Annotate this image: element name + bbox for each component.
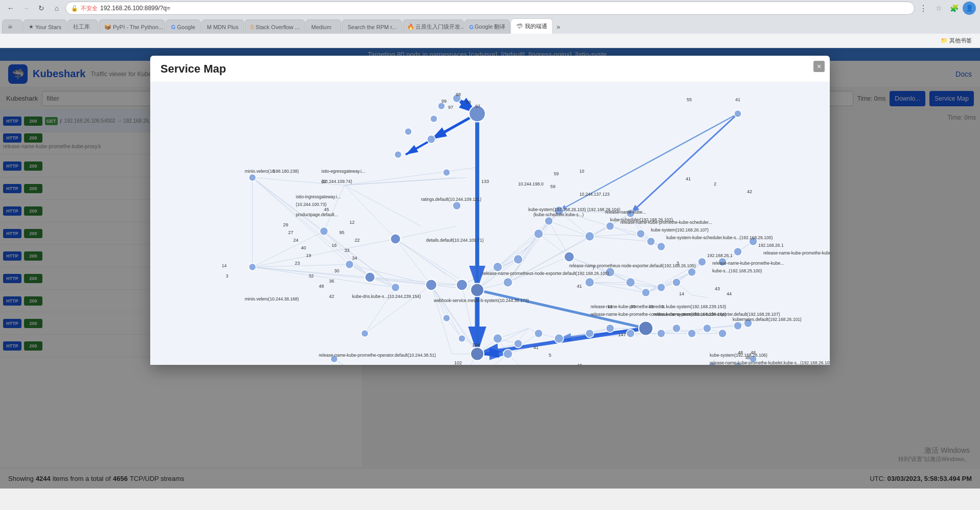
svg-text:99: 99 (441, 99, 447, 104)
svg-point-177 (430, 115, 437, 123)
svg-text:95: 95 (339, 230, 344, 235)
tab-label: PyPI - The Python... (113, 24, 163, 30)
svg-text:42: 42 (577, 363, 582, 365)
svg-point-183 (249, 264, 256, 271)
svg-point-202 (471, 347, 484, 361)
svg-point-186 (391, 284, 400, 292)
modal-overlay[interactable]: Service Map × (0, 48, 980, 489)
tab-google[interactable]: G Google (166, 19, 201, 34)
svg-text:2: 2 (714, 181, 716, 187)
svg-text:kube-s...(192.168.25.100): kube-s...(192.168.25.100) (712, 268, 762, 273)
home-icon[interactable]: ⌂ (50, 2, 63, 15)
svg-text:minio.velero(10.98.180.238): minio.velero(10.98.180.238) (245, 169, 299, 174)
browser-menu-icon[interactable]: ⋮ (917, 2, 930, 15)
svg-point-231 (672, 279, 681, 287)
svg-text:36: 36 (329, 279, 334, 284)
svg-text:192.168.26.1: 192.168.26.1 (707, 253, 733, 258)
tab-0[interactable]: ☠ (2, 19, 22, 34)
tab-label: Your Stars (35, 24, 61, 30)
tab-label: MDN Plus (213, 24, 239, 30)
svg-text:97: 97 (475, 104, 480, 109)
svg-point-203 (493, 334, 502, 343)
svg-point-240 (688, 330, 696, 338)
svg-text:29: 29 (283, 222, 288, 227)
svg-text:48: 48 (319, 284, 324, 289)
svg-text:41: 41 (533, 345, 539, 350)
svg-text:147: 147 (618, 332, 626, 337)
more-tabs-button[interactable]: » (553, 19, 563, 34)
tab-active[interactable]: 🦈 我的端通 (510, 18, 553, 34)
svg-text:14: 14 (679, 291, 684, 296)
modal-title: Service Map (160, 62, 226, 76)
bookmark-other[interactable]: 📁 其他书签 (937, 35, 976, 47)
svg-point-206 (534, 330, 543, 338)
svg-text:productpage.default...: productpage.default... (296, 212, 338, 217)
svg-point-178 (405, 128, 412, 135)
tab-icon: 🦈 (516, 23, 523, 30)
svg-text:42: 42 (329, 294, 334, 299)
tab-rpm[interactable]: Search the RPM r... (342, 19, 402, 34)
modal-body: 98 99 97 96 97 5 29 27 24 23 40 19 32 (150, 82, 830, 365)
tab-mdn[interactable]: M MDN Plus (201, 19, 244, 34)
tab-2[interactable]: 社工库 (67, 19, 98, 34)
svg-point-204 (503, 350, 512, 359)
svg-point-220 (647, 238, 655, 246)
tab-google-translate[interactable]: G Google 翻译 (464, 19, 510, 34)
svg-point-226 (585, 278, 594, 287)
svg-text:release-name-kube-promethe-kub: release-name-kube-promethe-kube-schedule… (620, 220, 712, 225)
tab-icon: M (207, 24, 212, 30)
back-icon[interactable]: ← (4, 2, 17, 15)
svg-point-217 (606, 222, 614, 230)
svg-point-194 (453, 202, 461, 210)
svg-point-196 (456, 280, 468, 291)
svg-text:32: 32 (309, 273, 314, 279)
tab-3[interactable]: 📦 PyPI - The Python... (99, 19, 165, 34)
forward-icon[interactable]: → (19, 2, 33, 15)
svg-text:3: 3 (226, 273, 228, 279)
tab-label: Stack Overflow ... (255, 24, 299, 30)
lock-icon: 🔓 (71, 5, 78, 12)
svg-point-207 (554, 334, 564, 343)
svg-text:(10.244.100.73): (10.244.100.73) (296, 202, 326, 207)
svg-text:30: 30 (334, 268, 339, 273)
svg-text:5: 5 (549, 353, 551, 358)
svg-point-229 (642, 289, 650, 297)
tab-label: Google (177, 24, 195, 30)
tab-stackoverflow[interactable]: S Stack Overflow ... (245, 19, 306, 34)
modal-header: Service Map × (150, 56, 830, 82)
svg-text:59: 59 (550, 184, 555, 189)
svg-point-179 (394, 151, 402, 158)
modal-close-button[interactable]: × (813, 61, 825, 72)
svg-point-237 (626, 330, 635, 338)
tab-icon: ☠ (8, 24, 13, 30)
svg-point-180 (249, 174, 256, 181)
address-bar[interactable]: 🔓 不安全 192.168.26.100:8899/?q= (65, 2, 915, 15)
tab-cloud[interactable]: 🔥 云原生入门级开发... (403, 19, 464, 34)
svg-text:41: 41 (735, 97, 740, 102)
svg-point-197 (443, 315, 450, 322)
star-icon[interactable]: ☆ (932, 2, 945, 15)
tab-icon: 🔥 (407, 24, 414, 30)
tab-1[interactable]: ★ Your Stars (23, 19, 67, 34)
svg-text:12: 12 (349, 220, 355, 225)
svg-text:40: 40 (301, 245, 306, 250)
svg-text:release-name-kube-promethe-kub: release-name-kube-promethe-kube... (763, 250, 830, 256)
svg-text:42: 42 (747, 189, 752, 194)
svg-text:release-name-kube-promethe-kub: release-name-kube-promethe-kube... (712, 261, 784, 266)
svg-text:webhook-service.metall-b-syste: webhook-service.metall-b-system(10.244.3… (433, 298, 529, 303)
svg-text:59: 59 (554, 171, 559, 176)
extension-icon[interactable]: 🧩 (947, 2, 961, 15)
reload-icon[interactable]: ↻ (35, 2, 48, 15)
svg-text:97: 97 (448, 105, 453, 110)
service-map-modal: Service Map × (150, 56, 830, 365)
svg-text:release-name-prometheus-node-e: release-name-prometheus-node-exporter.de… (569, 263, 696, 268)
svg-point-233 (698, 258, 706, 266)
tab-medium[interactable]: Medium (306, 19, 341, 34)
svg-point-216 (585, 232, 594, 241)
folder-icon: 📁 (941, 37, 948, 44)
svg-text:102: 102 (454, 360, 462, 365)
tab-label: 我的端通 (525, 22, 547, 30)
svg-point-198 (458, 335, 465, 342)
tab-icon: G (171, 24, 176, 30)
profile-icon[interactable]: 👤 (963, 2, 976, 15)
